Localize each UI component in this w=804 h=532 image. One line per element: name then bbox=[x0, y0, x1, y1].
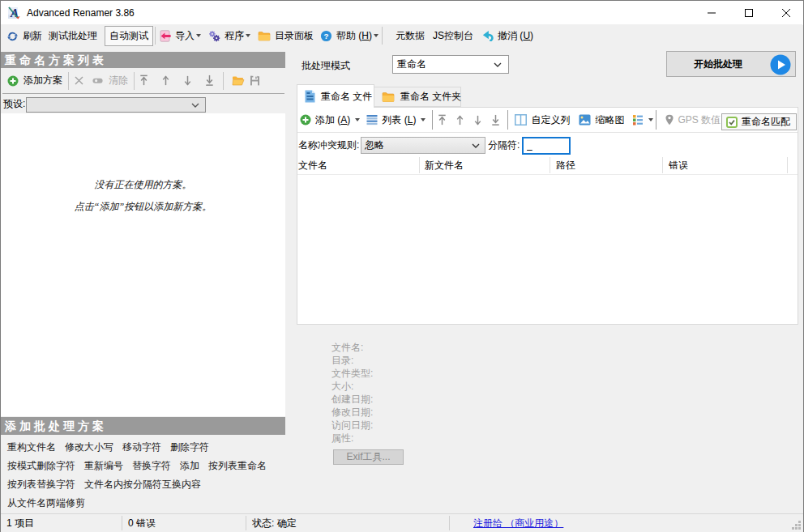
files-toolbar: 添加 (A) 列表 (L) bbox=[297, 108, 798, 133]
refresh-button[interactable]: 刷新 bbox=[2, 26, 47, 45]
toolbar-separator bbox=[68, 72, 69, 90]
dropdown-caret bbox=[648, 118, 653, 121]
thumbnails-button[interactable]: 缩略图 bbox=[574, 110, 629, 130]
arrow-bottom-icon bbox=[204, 74, 215, 87]
column-divider[interactable] bbox=[550, 157, 550, 173]
info-accessed-label: 访问日期: bbox=[331, 419, 373, 432]
custom-columns-button[interactable]: 自定义列 bbox=[510, 110, 575, 130]
toolbar-separator bbox=[656, 110, 656, 130]
conflict-rule-combobox[interactable]: 忽略 bbox=[361, 137, 485, 154]
move-down-button[interactable] bbox=[177, 71, 199, 91]
close-button[interactable] bbox=[768, 1, 804, 25]
add-files-button[interactable]: 添加 (A) bbox=[295, 110, 365, 130]
add-method-button[interactable]: 添加方案 bbox=[3, 71, 66, 91]
gps-values-button[interactable]: GPS 数值 bbox=[661, 110, 725, 130]
start-batch-button[interactable]: 开始批处理 bbox=[666, 51, 796, 77]
save-methods-button[interactable] bbox=[246, 71, 264, 91]
column-header-error[interactable]: 错误 bbox=[662, 155, 787, 175]
move-bottom-button[interactable] bbox=[199, 71, 220, 91]
move-bottom-button[interactable] bbox=[486, 110, 504, 130]
info-filename-label: 文件名: bbox=[331, 341, 363, 355]
toolbar-separator bbox=[223, 72, 224, 90]
method-list-area[interactable]: 没有正在使用的方案。 点击“添加”按钮以添加新方案。 bbox=[1, 113, 285, 416]
directory-panel-button[interactable]: 目录面板 bbox=[253, 26, 319, 45]
help-button[interactable]: ? 帮助 (H) bbox=[315, 26, 383, 45]
move-down-button[interactable] bbox=[468, 110, 486, 130]
move-up-button[interactable] bbox=[155, 71, 177, 91]
method-link[interactable]: 按模式删除字符 bbox=[7, 459, 75, 473]
metadata-button[interactable]: 元数据 bbox=[391, 26, 430, 45]
columns-icon bbox=[515, 114, 527, 126]
document-icon bbox=[305, 90, 315, 103]
main-toolbar: 刷新 测试批处理 自动测试 导入 bbox=[1, 24, 802, 47]
method-links: 重构文件名 修改大小写 移动字符 删除字符 按模式删除字符 重新编号 替换字符 … bbox=[1, 438, 285, 513]
method-link[interactable]: 从文件名两端修剪 bbox=[7, 496, 85, 510]
test-batch-button[interactable]: 测试批处理 bbox=[44, 26, 102, 45]
file-table-body[interactable] bbox=[297, 175, 797, 324]
folder-open-icon bbox=[232, 74, 245, 87]
method-link[interactable]: 按列表替换字符 bbox=[7, 478, 75, 492]
move-top-button[interactable] bbox=[133, 71, 155, 91]
status-state: 状态: 确定 bbox=[252, 514, 297, 532]
remove-x-icon bbox=[75, 76, 83, 85]
window-title: Advanced Renamer 3.86 bbox=[27, 1, 135, 25]
column-divider[interactable] bbox=[419, 157, 420, 173]
column-divider[interactable] bbox=[787, 157, 788, 173]
js-console-button[interactable]: JS控制台 bbox=[428, 26, 478, 45]
undo-button[interactable]: 撤消 (U) bbox=[477, 26, 538, 45]
column-header-newfilename[interactable]: 新文件名 bbox=[419, 155, 550, 175]
method-link[interactable]: 修改大小写 bbox=[65, 440, 113, 454]
status-items: 1 项目 bbox=[6, 514, 34, 532]
column-header-filename[interactable]: 文件名 bbox=[297, 155, 419, 175]
exif-tool-button[interactable]: Exif工具... bbox=[333, 449, 404, 465]
move-top-button[interactable] bbox=[433, 110, 451, 130]
separator-label: 分隔符: bbox=[488, 138, 520, 152]
clear-methods-button[interactable]: 清除 bbox=[88, 71, 132, 91]
batch-mode-combobox[interactable]: 重命名 bbox=[392, 55, 509, 74]
remove-method-button[interactable] bbox=[71, 71, 88, 91]
import-icon bbox=[160, 30, 171, 42]
dropdown-caret bbox=[246, 34, 250, 37]
method-link[interactable]: 替换字符 bbox=[132, 459, 171, 473]
play-icon bbox=[770, 54, 791, 75]
resize-grip[interactable] bbox=[790, 519, 802, 530]
method-link[interactable]: 移动字符 bbox=[122, 440, 161, 454]
dropdown-caret bbox=[374, 34, 378, 37]
save-icon bbox=[250, 75, 260, 86]
status-divider bbox=[246, 516, 246, 530]
help-icon: ? bbox=[320, 30, 332, 42]
titlebar: A Advanced Renamer 3.86 bbox=[1, 1, 803, 25]
image-icon bbox=[579, 114, 591, 126]
tab-rename-files[interactable]: 重命名 文件 bbox=[297, 84, 374, 108]
preset-combobox[interactable] bbox=[26, 97, 206, 113]
minimize-button[interactable] bbox=[693, 1, 730, 25]
register-link[interactable]: 注册给 （商业用途） bbox=[473, 514, 563, 532]
empty-state-line1: 没有正在使用的方案。 bbox=[1, 178, 285, 192]
import-button[interactable]: 导入 bbox=[155, 26, 206, 45]
view-options-button[interactable] bbox=[627, 110, 658, 130]
tab-rename-folders[interactable]: 重命名 文件夹 bbox=[374, 87, 461, 107]
separator-input[interactable] bbox=[522, 137, 571, 155]
method-link[interactable]: 重构文件名 bbox=[7, 440, 56, 454]
method-list-panel: 重命名方案列表 添加方案 bbox=[1, 47, 285, 513]
auto-test-button[interactable]: 自动测试 bbox=[105, 26, 153, 46]
method-link[interactable]: 按列表重命名 bbox=[208, 459, 267, 473]
method-link[interactable]: 删除字符 bbox=[170, 440, 209, 454]
column-divider[interactable] bbox=[662, 157, 663, 173]
status-divider bbox=[122, 516, 122, 530]
column-header-path[interactable]: 路径 bbox=[550, 155, 662, 175]
info-modified-label: 修改日期: bbox=[331, 406, 373, 419]
arrow-top-icon bbox=[139, 74, 149, 87]
file-list-page: 添加 (A) 列表 (L) bbox=[297, 107, 798, 325]
method-link[interactable]: 文件名内按分隔符互换内容 bbox=[84, 478, 201, 492]
maximize-button[interactable] bbox=[730, 1, 768, 25]
move-up-button[interactable] bbox=[451, 110, 468, 130]
info-filetype-label: 文件类型: bbox=[331, 367, 373, 381]
program-button[interactable]: 程序 bbox=[203, 26, 255, 45]
method-link[interactable]: 重新编号 bbox=[84, 459, 123, 473]
method-link[interactable]: 添加 bbox=[180, 459, 199, 473]
gps-pin-icon bbox=[665, 114, 674, 126]
rename-match-toggle[interactable]: 重命名匹配 bbox=[721, 113, 797, 130]
clear-icon bbox=[92, 74, 104, 87]
list-button[interactable]: 列表 (L) bbox=[361, 110, 430, 130]
